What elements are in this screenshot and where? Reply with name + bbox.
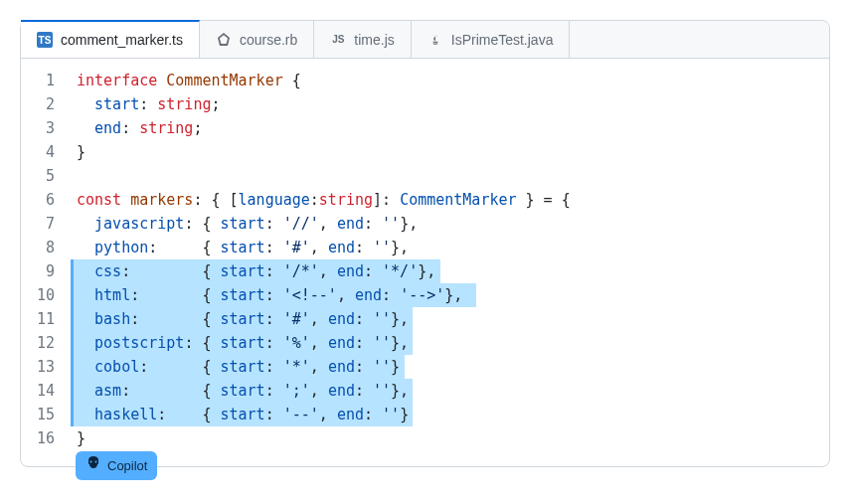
line-number: 7 xyxy=(21,212,55,236)
code-line[interactable]: end: string; xyxy=(71,116,829,140)
code-line[interactable]: interface CommentMarker { xyxy=(71,69,829,92)
code-line[interactable]: postscript: { start: '%', end: ''}, xyxy=(71,331,829,355)
code-line[interactable]: cobol: { start: '*', end: ''} xyxy=(71,355,829,379)
line-number: 8 xyxy=(21,236,55,259)
code-text: bash: { start: '#', end: ''}, xyxy=(77,310,409,328)
code-text: interface CommentMarker { xyxy=(77,72,301,89)
line-number: 2 xyxy=(21,92,55,116)
code-text: const markers: { [language:string]: Comm… xyxy=(77,191,571,209)
tab-label: comment_marker.ts xyxy=(61,32,183,48)
code-text: } xyxy=(77,429,85,447)
js-file-icon: JS xyxy=(330,32,346,48)
code-line[interactable]: javascript: { start: '//', end: ''}, xyxy=(71,212,829,236)
line-number: 11 xyxy=(21,307,55,331)
line-number: 4 xyxy=(21,140,55,164)
tab-isprimetest-java[interactable]: IsPrimeTest.java xyxy=(412,21,571,58)
line-number-gutter: 12345678910111213141516 xyxy=(21,69,71,450)
code-text: javascript: { start: '//', end: ''}, xyxy=(77,215,418,233)
line-number: 16 xyxy=(21,426,55,450)
tab-bar: TS comment_marker.ts course.rb JS time.j… xyxy=(21,21,829,59)
code-text: postscript: { start: '%', end: ''}, xyxy=(77,334,409,352)
line-number: 10 xyxy=(21,283,55,307)
line-number: 15 xyxy=(21,403,55,426)
code-line[interactable]: asm: { start: ';', end: ''}, xyxy=(71,379,829,403)
code-line[interactable]: const markers: { [language:string]: Comm… xyxy=(71,188,829,212)
tab-comment-marker[interactable]: TS comment_marker.ts xyxy=(21,20,200,58)
tab-label: time.js xyxy=(354,32,394,48)
line-number: 9 xyxy=(21,259,55,283)
code-line[interactable]: } xyxy=(71,426,829,450)
line-number: 1 xyxy=(21,69,55,92)
code-line[interactable]: html: { start: '<!--', end: '-->'}, xyxy=(71,283,829,307)
code-line[interactable]: haskell: { start: '--', end: ''} xyxy=(71,403,829,426)
line-number: 14 xyxy=(21,379,55,403)
ts-file-icon: TS xyxy=(37,32,53,48)
code-text: python: { start: '#', end: ''}, xyxy=(77,239,409,256)
code-editor: TS comment_marker.ts course.rb JS time.j… xyxy=(20,20,830,467)
code-content[interactable]: interface CommentMarker { start: string;… xyxy=(71,69,829,450)
code-line[interactable]: css: { start: '/*', end: '*/'}, xyxy=(71,259,829,283)
line-number: 13 xyxy=(21,355,55,379)
tab-time-js[interactable]: JS time.js xyxy=(314,21,411,58)
code-text: html: { start: '<!--', end: '-->'}, xyxy=(77,286,462,304)
code-text: end: string; xyxy=(77,119,202,137)
code-text: cobol: { start: '*', end: ''} xyxy=(77,358,400,376)
ruby-file-icon xyxy=(216,32,232,48)
tab-course-rb[interactable]: course.rb xyxy=(200,21,314,58)
code-text: haskell: { start: '--', end: ''} xyxy=(77,406,409,423)
code-text: css: { start: '/*', end: '*/'}, xyxy=(77,262,435,280)
copilot-icon xyxy=(85,456,101,475)
code-area[interactable]: 12345678910111213141516 interface Commen… xyxy=(21,59,829,466)
code-line[interactable]: python: { start: '#', end: ''}, xyxy=(71,236,829,259)
line-number: 3 xyxy=(21,116,55,140)
code-line[interactable] xyxy=(71,164,829,188)
line-number: 6 xyxy=(21,188,55,212)
code-line[interactable]: } xyxy=(71,140,829,164)
copilot-badge[interactable]: Copilot xyxy=(76,451,157,480)
line-number: 5 xyxy=(21,164,55,188)
tab-label: IsPrimeTest.java xyxy=(451,32,554,48)
copilot-label: Copilot xyxy=(107,458,147,473)
tab-label: course.rb xyxy=(240,32,297,48)
line-number: 12 xyxy=(21,331,55,355)
code-line[interactable]: start: string; xyxy=(71,92,829,116)
code-line[interactable]: bash: { start: '#', end: ''}, xyxy=(71,307,829,331)
code-text: start: string; xyxy=(77,95,221,113)
java-file-icon xyxy=(427,32,443,48)
code-text: asm: { start: ';', end: ''}, xyxy=(77,382,409,400)
code-text: } xyxy=(77,143,85,161)
